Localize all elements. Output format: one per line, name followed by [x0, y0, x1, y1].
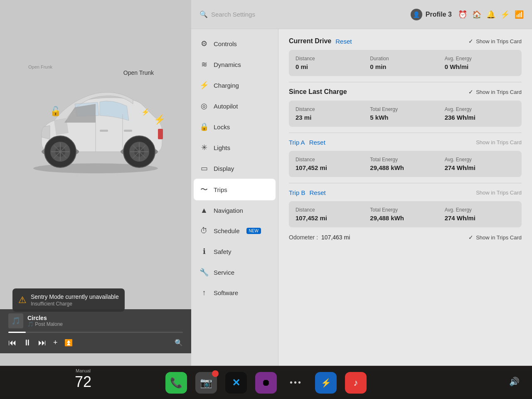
sidebar-item-software[interactable]: ↑ Software	[191, 283, 278, 303]
manual-label: Manual	[75, 368, 91, 373]
add-button[interactable]: +	[53, 338, 58, 347]
sidebar-item-display[interactable]: ▭ Display	[191, 158, 278, 179]
sidebar-item-autopilot[interactable]: ◎ Autopilot	[191, 96, 278, 116]
sentry-warning-text: Sentry Mode currently unavailable	[31, 293, 119, 300]
camera-icon: 📷	[200, 377, 212, 389]
cd-distance-value: 0 mi	[296, 63, 366, 70]
sidebar-item-locks[interactable]: 🔒 Locks	[191, 116, 278, 137]
locks-icon: 🔒	[200, 122, 209, 131]
search-icon: 🔍	[200, 10, 208, 18]
next-button[interactable]: ⏭	[38, 338, 47, 347]
search-area[interactable]: 🔍 Search Settings	[200, 10, 404, 18]
safety-icon: ℹ	[200, 247, 209, 256]
trip-b-reset[interactable]: Reset	[309, 189, 325, 196]
odometer-label: Odometer :	[289, 234, 318, 241]
trips-panel: Current Drive Reset ✓ Show in Trips Card…	[278, 29, 532, 366]
sentry-warning: ⚠ Sentry Mode currently unavailable Insu…	[12, 288, 125, 312]
software-icon: ↑	[200, 288, 209, 297]
slc-show-trips[interactable]: ✓ Show in Trips Card	[468, 89, 522, 95]
since-last-charge-header: Since Last Charge ✓ Show in Trips Card	[289, 88, 522, 96]
open-trunk-label[interactable]: Open Trunk	[119, 66, 158, 79]
odometer-show-trips-label: Show in Trips Card	[476, 234, 522, 241]
volume-control[interactable]: 🔊	[509, 377, 520, 387]
music-artist: 🎵 Post Malone	[27, 321, 183, 327]
search-music-button[interactable]: 🔍	[175, 339, 183, 347]
trip-b-header: Trip B Reset Show in Trips Card	[289, 189, 522, 196]
trip-b-show-trips-label: Show in Trips Card	[476, 190, 522, 196]
charging-label: Charging	[214, 82, 239, 89]
x-app[interactable]: ✕	[225, 372, 247, 394]
music-controls[interactable]: ⏮ ⏸ ⏭ + ⏫ 🔍	[8, 336, 183, 349]
bluetooth-app[interactable]: ⚡	[315, 372, 337, 394]
slc-total-energy: Total Energy 5 kWh	[370, 106, 440, 121]
sidebar-item-controls[interactable]: ⚙ Controls	[191, 33, 278, 54]
camera-app[interactable]: 📷	[195, 372, 217, 394]
main-content: ⚙ Controls ≋ Dynamics ⚡ Charging ◎ Autop…	[191, 29, 532, 366]
music-title: Circles	[27, 315, 183, 321]
pause-button[interactable]: ⏸	[23, 338, 32, 347]
ta-distance-value: 107,452 mi	[296, 164, 366, 171]
sidebar-item-schedule[interactable]: ⏱ Schedule NEW	[191, 221, 278, 241]
autopilot-icon: ◎	[200, 101, 209, 111]
music-app[interactable]: ♪	[345, 372, 367, 394]
software-label: Software	[214, 289, 238, 296]
lock-icon: 🔓	[50, 106, 61, 117]
sidebar-item-navigation[interactable]: ▲ Navigation	[191, 200, 278, 221]
tb-distance-value: 107,452 mi	[296, 214, 366, 222]
cd-duration-label: Duration	[370, 56, 440, 62]
ta-total-energy-value: 29,488 kWh	[370, 164, 440, 171]
cd-duration-value: 0 min	[370, 63, 440, 70]
sidebar-item-lights[interactable]: ✳ Lights	[191, 137, 278, 158]
trip-a-title: Trip A	[289, 139, 305, 146]
navigation-icon: ▲	[200, 206, 209, 215]
ta-total-energy-label: Total Energy	[370, 157, 440, 163]
cd-avg-energy-label: Avg. Energy	[445, 56, 515, 62]
current-drive-reset[interactable]: Reset	[335, 38, 352, 45]
sidebar-item-dynamics[interactable]: ≋ Dynamics	[191, 54, 278, 75]
sentry-warning-sub: Insufficient Charge	[31, 301, 119, 307]
bell-icon: 🔔	[486, 10, 495, 19]
car-panel: Open Frunk Open Trunk 🔓	[0, 0, 191, 366]
temperature-value: 72	[75, 373, 91, 391]
service-label: Service	[214, 269, 234, 276]
trip-a-show-trips-label: Show in Trips Card	[476, 139, 522, 145]
car-svg: ⚡ ⚡	[17, 62, 175, 179]
record-icon: ⏺	[261, 377, 271, 388]
dots-icon: •••	[290, 378, 302, 387]
open-frunk-label[interactable]: Open Frunk	[25, 62, 56, 71]
tb-distance-label: Distance	[296, 207, 366, 213]
svg-text:⚡: ⚡	[141, 108, 150, 116]
trip-b-total-energy: Total Energy 29,488 kWh	[370, 207, 440, 222]
odometer-show-trips[interactable]: ✓ Show in Trips Card	[468, 234, 522, 241]
cd-distance-label: Distance	[296, 56, 366, 62]
sidebar-item-charging[interactable]: ⚡ Charging	[191, 75, 278, 96]
more-apps[interactable]: •••	[285, 372, 307, 394]
music-player: 🎵 Circles 🎵 Post Malone ⏮ ⏸ ⏭ + ⏫ 🔍	[0, 309, 191, 353]
current-drive-show-trips[interactable]: ✓ Show in Trips Card	[468, 38, 522, 44]
prev-button[interactable]: ⏮	[8, 338, 17, 347]
home-icon: 🏠	[472, 10, 481, 19]
locks-label: Locks	[214, 123, 230, 131]
music-progress-bar[interactable]	[8, 332, 183, 333]
divider-2	[289, 133, 522, 133]
trip-b-distance: Distance 107,452 mi	[296, 207, 366, 222]
trip-a-reset[interactable]: Reset	[309, 139, 325, 146]
record-app[interactable]: ⏺	[255, 372, 277, 394]
slc-avg-energy: Avg. Energy 236 Wh/mi	[445, 106, 515, 121]
controls-icon: ⚙	[200, 39, 209, 48]
trips-icon: 〜	[200, 185, 209, 195]
profile-area[interactable]: 👤 Profile 3	[411, 9, 452, 20]
tesla-settings-ui: 🔍 Search Settings 👤 Profile 3 ⏰ 🏠 🔔 ⚡ 📶 …	[191, 0, 532, 366]
phone-app[interactable]: 📞	[165, 372, 187, 394]
current-drive-distance: Distance 0 mi	[296, 56, 366, 70]
equalizer-button[interactable]: ⏫	[64, 339, 73, 347]
trip-a-section: Trip A Reset Show in Trips Card Distance…	[289, 139, 522, 177]
current-drive-check: ✓	[468, 38, 473, 44]
tb-avg-energy-value: 274 Wh/mi	[445, 214, 515, 222]
service-icon: 🔧	[200, 268, 209, 277]
sidebar-item-trips[interactable]: 〜 Trips	[194, 179, 276, 200]
sidebar-item-service[interactable]: 🔧 Service	[191, 262, 278, 283]
lights-icon: ✳	[200, 143, 209, 152]
trip-a-show-trips: Show in Trips Card	[476, 139, 522, 145]
sidebar-item-safety[interactable]: ℹ Safety	[191, 241, 278, 262]
